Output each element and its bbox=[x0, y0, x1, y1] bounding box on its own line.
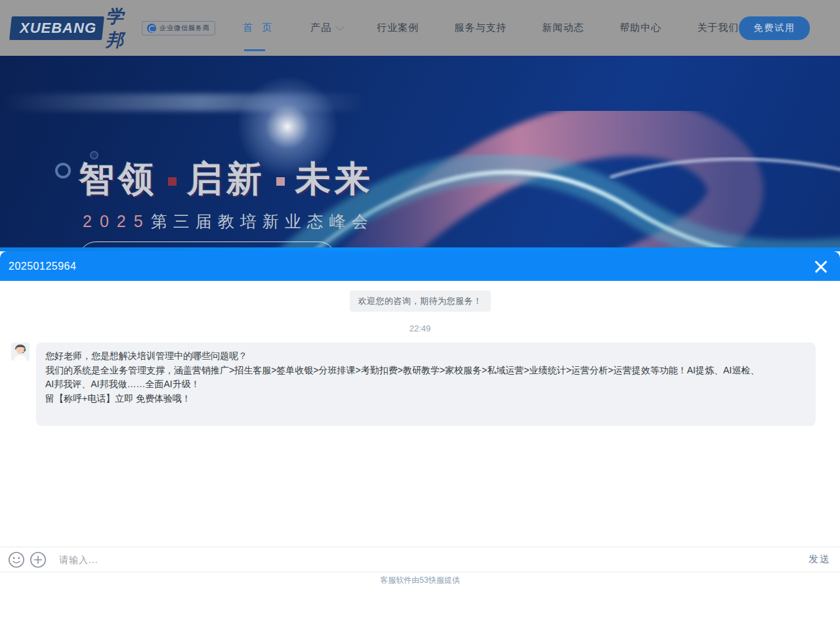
message-line: AI邦我评、AI邦我做……全面AI升级！ bbox=[45, 377, 807, 392]
site-header: XUEBANG 学邦 企业微信服务商 首 页 产品 行业案例 服务与支持 新闻动… bbox=[0, 0, 840, 56]
free-trial-button[interactable]: 免费试用 bbox=[739, 16, 810, 40]
chevron-down-icon bbox=[335, 22, 344, 31]
message-line: 我们的系统是全业务管理支撑，涵盖营销推广>招生客服>签单收银>分班排课>考勤扣费… bbox=[45, 364, 807, 378]
ring-decoration bbox=[55, 163, 71, 178]
nav-item-about[interactable]: 关于我们 bbox=[697, 0, 739, 56]
banner-title-part1: 智领 bbox=[79, 159, 158, 198]
wecom-icon bbox=[147, 24, 156, 33]
banner-subtitle: 2025第三届教培新业态峰会 bbox=[83, 211, 374, 232]
message-timestamp: 22:49 bbox=[0, 324, 840, 333]
nav-item-products[interactable]: 产品 bbox=[310, 0, 341, 56]
send-button[interactable]: 发送 bbox=[808, 553, 831, 566]
logo-en-box: XUEBANG bbox=[9, 16, 104, 40]
agent-avatar bbox=[11, 343, 30, 361]
title-separator-icon bbox=[276, 177, 285, 186]
agent-message-row: 您好老师，您是想解决培训管理中的哪些问题呢？ 我们的系统是全业务管理支撑，涵盖营… bbox=[11, 343, 816, 426]
message-line: 您好老师，您是想解决培训管理中的哪些问题呢？ bbox=[45, 349, 807, 364]
hero-banner: 智领启新未来 2025第三届教培新业态峰会 bbox=[0, 56, 840, 251]
agent-message-bubble: 您好老师，您是想解决培训管理中的哪些问题呢？ 我们的系统是全业务管理支撑，涵盖营… bbox=[36, 343, 816, 426]
chat-provider-note: 客服软件由53快服提供 bbox=[0, 572, 840, 589]
close-icon[interactable] bbox=[814, 259, 828, 274]
page: XUEBANG 学邦 企业微信服务商 首 页 产品 行业案例 服务与支持 新闻动… bbox=[0, 0, 840, 630]
nav-item-support[interactable]: 服务与支持 bbox=[454, 0, 507, 56]
message-line: 留【称呼+电话】立即 免费体验哦！ bbox=[45, 392, 807, 406]
banner-title-part3: 未来 bbox=[295, 159, 374, 198]
main-nav: 首 页 产品 行业案例 服务与支持 新闻动态 帮助中心 关于我们 bbox=[243, 0, 739, 56]
banner-subtitle-year: 2025 bbox=[83, 212, 151, 230]
logo-cn-text: 学邦 bbox=[106, 5, 125, 52]
nav-item-products-label: 产品 bbox=[310, 22, 331, 34]
nav-item-home[interactable]: 首 页 bbox=[243, 0, 275, 56]
chat-header: 20250125964 bbox=[0, 251, 840, 281]
attachment-plus-icon[interactable] bbox=[30, 551, 47, 568]
nav-item-cases[interactable]: 行业案例 bbox=[377, 0, 419, 56]
logo[interactable]: XUEBANG 学邦 bbox=[10, 5, 125, 52]
chat-message-input[interactable] bbox=[59, 555, 808, 565]
title-separator-icon bbox=[168, 177, 177, 186]
logo-en-text: XUEBANG bbox=[20, 20, 96, 37]
agent-avatar-image bbox=[11, 343, 30, 361]
banner-title-part2: 启新 bbox=[187, 159, 266, 198]
nav-item-news[interactable]: 新闻动态 bbox=[542, 0, 584, 56]
welcome-message: 欢迎您的咨询，期待为您服务！ bbox=[350, 291, 491, 312]
banner-subtitle-text: 第三届教培新业态峰会 bbox=[151, 212, 374, 230]
chat-input-bar: 发送 bbox=[0, 547, 840, 572]
banner-title: 智领启新未来 bbox=[79, 156, 374, 203]
emoji-icon[interactable] bbox=[8, 551, 25, 568]
chat-session-id: 20250125964 bbox=[9, 261, 76, 272]
wecom-badge-label: 企业微信服务商 bbox=[159, 24, 210, 33]
nav-item-help[interactable]: 帮助中心 bbox=[620, 0, 662, 56]
wecom-service-badge: 企业微信服务商 bbox=[142, 21, 215, 35]
chat-widget: 20250125964 欢迎您的咨询，期待为您服务！ 22:49 bbox=[0, 251, 840, 630]
chat-body: 欢迎您的咨询，期待为您服务！ 22:49 您好老师，您是想 bbox=[0, 281, 840, 589]
